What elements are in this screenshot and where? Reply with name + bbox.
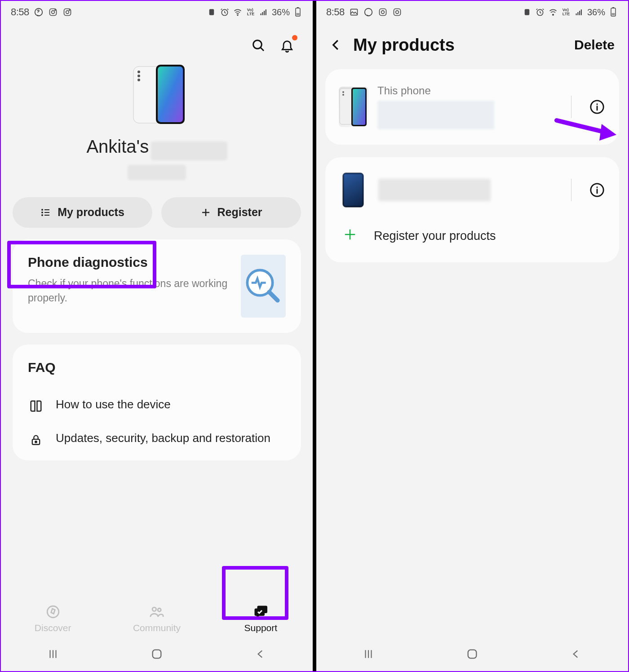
nav-support[interactable]: Support xyxy=(209,604,313,633)
product-thumbnail xyxy=(339,87,368,127)
faq-card: FAQ How to use the device Updates, secur… xyxy=(13,345,301,460)
search-icon[interactable] xyxy=(250,37,267,54)
owner-name-redacted xyxy=(151,141,227,160)
svg-rect-12 xyxy=(264,11,265,15)
back-button[interactable] xyxy=(254,647,267,661)
back-button[interactable] xyxy=(569,647,583,661)
instagram-icon xyxy=(48,7,58,17)
book-icon xyxy=(28,398,44,414)
recents-button[interactable] xyxy=(46,647,60,661)
svg-point-24 xyxy=(42,209,43,210)
status-left: 8:58 xyxy=(11,6,72,18)
svg-point-30 xyxy=(47,606,59,618)
diagnostics-subtitle: Check if your phone's functions are work… xyxy=(28,276,233,305)
nav-discover[interactable]: Discover xyxy=(1,604,105,633)
battery-percent: 36% xyxy=(587,7,605,18)
status-left: 8:58 xyxy=(326,6,402,18)
status-right: Vo)LTE 36% xyxy=(207,7,303,18)
device-image xyxy=(125,61,188,128)
faq-item-how-to-use[interactable]: How to use the device xyxy=(28,389,286,422)
back-icon[interactable] xyxy=(326,35,346,55)
my-products-button[interactable]: My products xyxy=(13,197,152,228)
svg-rect-7 xyxy=(209,9,214,15)
svg-rect-40 xyxy=(525,9,530,15)
svg-point-42 xyxy=(553,14,554,16)
list-icon xyxy=(40,207,51,218)
battery-icon xyxy=(608,7,618,17)
register-products-row[interactable]: Register your products xyxy=(335,215,609,254)
battery-saver-icon xyxy=(207,7,217,17)
svg-rect-45 xyxy=(579,11,580,15)
signal-icon xyxy=(574,7,584,17)
product-card-other: Register your products xyxy=(325,157,619,262)
status-time: 8:58 xyxy=(11,6,29,18)
compass-icon xyxy=(45,604,61,620)
product-name-redacted xyxy=(378,179,491,201)
nav-community-label: Community xyxy=(133,623,181,633)
device-owner: Ankita's xyxy=(86,137,227,180)
home-button[interactable] xyxy=(465,647,479,661)
delete-button[interactable]: Delete xyxy=(574,37,615,53)
product-info: This phone xyxy=(377,84,554,129)
svg-point-19 xyxy=(137,71,140,73)
nav-community[interactable]: Community xyxy=(105,604,208,633)
instagram-icon xyxy=(378,7,388,17)
faq-item-updates-security[interactable]: Updates, security, backup and restoratio… xyxy=(28,422,286,456)
this-phone-label: This phone xyxy=(377,84,554,97)
screen-my-products: 8:58 Vo)LTE 36% My products Delete xyxy=(316,1,628,671)
signal-icon xyxy=(259,7,269,17)
svg-rect-49 xyxy=(612,13,615,15)
alarm-icon xyxy=(220,7,230,17)
product-thumbnail xyxy=(342,172,364,208)
svg-rect-46 xyxy=(581,9,582,15)
info-icon[interactable] xyxy=(589,98,606,115)
system-nav xyxy=(1,637,313,671)
svg-point-21 xyxy=(137,79,140,81)
svg-point-17 xyxy=(253,40,262,49)
product-card-this-phone: This phone xyxy=(325,69,619,145)
svg-rect-23 xyxy=(158,66,183,122)
home-button[interactable] xyxy=(150,647,164,661)
product-info xyxy=(378,179,554,201)
recents-button[interactable] xyxy=(362,647,375,661)
svg-point-6 xyxy=(69,10,70,11)
svg-point-37 xyxy=(381,11,384,14)
register-button[interactable]: Register xyxy=(161,197,301,228)
svg-rect-10 xyxy=(260,13,261,15)
status-right: Vo)LTE 36% xyxy=(522,7,618,18)
battery-saver-icon xyxy=(522,7,532,17)
diagnostics-title: Phone diagnostics xyxy=(28,255,233,270)
bottom-nav: Discover Community Support xyxy=(1,597,313,637)
plus-icon xyxy=(200,207,211,218)
svg-point-2 xyxy=(51,11,54,14)
svg-rect-16 xyxy=(297,13,300,15)
my-products-label: My products xyxy=(58,206,124,219)
svg-rect-11 xyxy=(262,12,263,15)
svg-point-39 xyxy=(395,11,399,14)
svg-rect-13 xyxy=(266,9,266,15)
svg-point-51 xyxy=(342,91,344,93)
svg-point-25 xyxy=(42,212,43,213)
svg-point-31 xyxy=(152,607,156,611)
product-name-redacted xyxy=(377,101,494,129)
phone-diagnostics-card[interactable]: Phone diagnostics Check if your phone's … xyxy=(13,239,301,333)
diagnostics-icon xyxy=(241,255,286,318)
product-row-this-phone[interactable]: This phone xyxy=(335,77,609,137)
notifications-icon[interactable] xyxy=(279,37,296,54)
nav-support-label: Support xyxy=(244,623,278,633)
svg-rect-48 xyxy=(612,7,614,8)
faq-item-label: Updates, security, backup and restoratio… xyxy=(56,430,270,446)
faq-title: FAQ xyxy=(28,360,286,375)
svg-rect-50 xyxy=(340,88,352,124)
faq-card-container: FAQ How to use the device Updates, secur… xyxy=(13,345,301,465)
svg-point-35 xyxy=(365,9,372,16)
svg-rect-54 xyxy=(353,89,365,125)
product-row-other[interactable] xyxy=(335,165,609,215)
status-bar: 8:58 Vo)LTE 36% xyxy=(1,1,313,21)
wifi-icon xyxy=(233,7,243,17)
svg-point-9 xyxy=(237,15,238,16)
toolbar xyxy=(1,21,313,58)
info-icon[interactable] xyxy=(589,181,606,199)
lock-icon xyxy=(28,432,44,448)
nav-discover-label: Discover xyxy=(35,623,71,633)
